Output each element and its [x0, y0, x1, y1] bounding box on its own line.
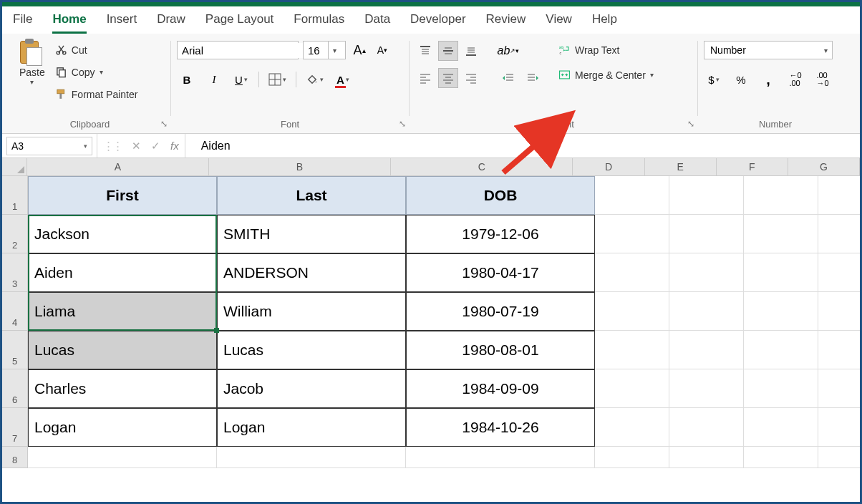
cell-G7[interactable]: [818, 408, 862, 447]
cell-A3[interactable]: Aiden: [28, 253, 217, 292]
column-header-A[interactable]: A: [27, 158, 209, 175]
formula-input[interactable]: [185, 140, 860, 152]
cell-A5[interactable]: Lucas: [28, 331, 217, 369]
underline-button[interactable]: U▾: [231, 69, 251, 89]
cell-G6[interactable]: [818, 369, 862, 408]
font-size-combo[interactable]: ▾: [303, 41, 346, 59]
select-all-corner[interactable]: [2, 158, 27, 175]
cell-E3[interactable]: [669, 253, 744, 292]
number-format-combo[interactable]: Number ▾: [704, 41, 833, 59]
cell-B1[interactable]: Last: [217, 176, 406, 215]
cell-D2[interactable]: [595, 215, 669, 253]
worksheet-grid[interactable]: 12345678 FirstLastDOBJacksonSMITH1979-12…: [2, 176, 860, 468]
cell-B2[interactable]: SMITH: [217, 215, 406, 253]
cut-button[interactable]: Cut: [52, 42, 141, 57]
chevron-down-icon[interactable]: ▾: [650, 71, 654, 79]
tab-help[interactable]: Help: [592, 12, 617, 34]
align-left-button[interactable]: [415, 68, 435, 88]
cell-E7[interactable]: [669, 408, 744, 447]
font-color-button[interactable]: A ▾: [333, 69, 353, 89]
wrap-text-button[interactable]: abc Wrap Text: [556, 42, 657, 57]
column-header-D[interactable]: D: [573, 158, 644, 175]
chevron-down-icon[interactable]: ▾: [100, 68, 103, 76]
column-header-F[interactable]: F: [717, 158, 788, 175]
cell-B3[interactable]: ANDERSON: [217, 253, 406, 292]
row-header-7[interactable]: 7: [2, 408, 28, 447]
align-bottom-button[interactable]: [461, 41, 481, 61]
cell-B5[interactable]: Lucas: [217, 331, 406, 369]
cell-G5[interactable]: [818, 331, 862, 369]
cell-C8[interactable]: [406, 447, 595, 468]
tab-data[interactable]: Data: [364, 12, 390, 34]
cell-E5[interactable]: [669, 331, 744, 369]
cell-A8[interactable]: [28, 447, 217, 468]
row-header-6[interactable]: 6: [2, 369, 28, 408]
column-header-G[interactable]: G: [788, 158, 860, 175]
tab-draw[interactable]: Draw: [157, 12, 185, 34]
bold-button[interactable]: B: [177, 69, 197, 89]
cell-A1[interactable]: First: [28, 176, 217, 215]
decrease-decimal-button[interactable]: .00→0: [813, 69, 833, 89]
cell-F6[interactable]: [744, 369, 818, 408]
align-center-button[interactable]: [438, 68, 458, 88]
cell-F4[interactable]: [744, 292, 818, 331]
increase-decimal-button[interactable]: ←0.00: [785, 69, 805, 89]
tab-page-layout[interactable]: Page Layout: [205, 12, 273, 34]
cell-F7[interactable]: [744, 408, 818, 447]
cell-D8[interactable]: [595, 447, 669, 468]
percent-button[interactable]: %: [731, 69, 751, 89]
tab-view[interactable]: View: [546, 12, 572, 34]
column-header-E[interactable]: E: [645, 158, 717, 175]
dialog-launcher-icon[interactable]: ⤡: [687, 119, 694, 129]
column-header-C[interactable]: C: [391, 158, 573, 175]
cell-C2[interactable]: 1979-12-06: [406, 215, 595, 253]
cell-C1[interactable]: DOB: [406, 176, 595, 215]
dialog-launcher-icon[interactable]: ⤡: [160, 119, 168, 129]
cell-F2[interactable]: [744, 215, 818, 253]
cell-D4[interactable]: [595, 292, 669, 331]
cancel-icon[interactable]: ✕: [132, 140, 141, 152]
fill-color-button[interactable]: ▾: [304, 69, 326, 89]
comma-button[interactable]: ,: [758, 69, 778, 89]
align-top-button[interactable]: [415, 41, 435, 61]
tab-developer[interactable]: Developer: [410, 12, 466, 34]
cell-F3[interactable]: [744, 253, 818, 292]
row-header-5[interactable]: 5: [2, 331, 28, 369]
paste-button[interactable]: Paste ▾: [15, 38, 49, 89]
cell-F8[interactable]: [744, 447, 818, 468]
cell-D3[interactable]: [595, 253, 669, 292]
cell-A2[interactable]: Jackson: [28, 215, 217, 253]
tab-home[interactable]: Home: [52, 12, 86, 34]
cell-C5[interactable]: 1980-08-01: [406, 331, 595, 369]
cell-C3[interactable]: 1980-04-17: [406, 253, 595, 292]
cell-D7[interactable]: [595, 408, 669, 447]
merge-center-button[interactable]: Merge & Center ▾: [556, 67, 657, 82]
dialog-launcher-icon[interactable]: ⤡: [399, 119, 406, 129]
font-size-input[interactable]: [304, 43, 328, 58]
increase-font-button[interactable]: A▴: [350, 41, 369, 59]
format-painter-button[interactable]: Format Painter: [52, 87, 141, 102]
tab-review[interactable]: Review: [486, 12, 526, 34]
cell-E6[interactable]: [669, 369, 744, 408]
cell-G3[interactable]: [818, 253, 862, 292]
cell-E4[interactable]: [669, 292, 744, 331]
increase-indent-button[interactable]: [523, 68, 543, 88]
cell-B8[interactable]: [217, 447, 406, 468]
row-header-3[interactable]: 3: [2, 253, 28, 292]
align-middle-button[interactable]: [438, 41, 458, 61]
name-box-input[interactable]: [7, 140, 64, 152]
row-header-1[interactable]: 1: [2, 176, 28, 215]
align-right-button[interactable]: [461, 68, 481, 88]
decrease-indent-button[interactable]: [498, 68, 518, 88]
row-header-4[interactable]: 4: [2, 292, 28, 331]
cell-G4[interactable]: [818, 292, 862, 331]
cell-A7[interactable]: Logan: [28, 408, 217, 447]
chevron-down-icon[interactable]: ▾: [824, 47, 832, 54]
cell-G2[interactable]: [818, 215, 862, 253]
cell-B4[interactable]: William: [217, 292, 406, 331]
fill-handle[interactable]: [214, 328, 219, 333]
cell-G8[interactable]: [818, 447, 862, 468]
cell-D1[interactable]: [595, 176, 669, 215]
copy-button[interactable]: Copy ▾: [52, 64, 141, 79]
orientation-button[interactable]: ab↗▾: [498, 41, 518, 61]
